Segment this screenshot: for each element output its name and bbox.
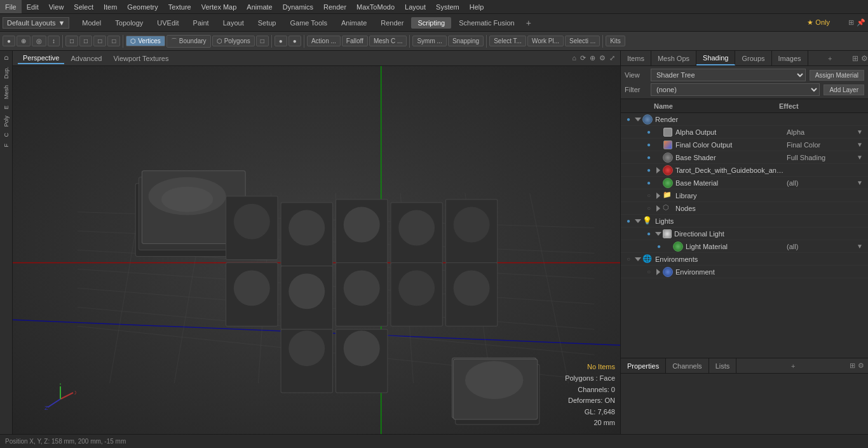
tree-row-finalcolor[interactable]: ● Final Color Output Final Color ▼	[621, 139, 868, 151]
layout-tab-scripting[interactable]: Scripting	[411, 17, 451, 29]
right-tab-groups[interactable]: Groups	[735, 51, 771, 65]
tree-eye-environments[interactable]: ○	[623, 255, 634, 262]
tool-selecti[interactable]: Selecti ...	[565, 36, 600, 46]
menu-geometry[interactable]: Geometry	[122, 0, 163, 13]
tool-workplane[interactable]: Work Pl...	[527, 36, 564, 46]
star-only-filter[interactable]: ★ Only	[807, 18, 830, 27]
tool-boundary[interactable]: ⌒ Boundary	[166, 35, 211, 48]
layout-tab-topology[interactable]: Topology	[109, 17, 149, 29]
menu-maxtomodo[interactable]: MaxToModo	[351, 0, 400, 13]
tree-arrow-lightmat[interactable]: ▼	[857, 243, 865, 250]
left-btn-poly[interactable]: Poly	[2, 113, 11, 130]
layout-tab-schematic[interactable]: Schematic Fusion	[452, 17, 520, 29]
tree-arrow-baseshader[interactable]: ▼	[857, 154, 865, 161]
tool-mesh[interactable]: Mesh C ...	[369, 36, 407, 46]
right-expand-icon[interactable]: ⊞	[852, 54, 858, 63]
tool-scale[interactable]: ↕	[48, 36, 60, 46]
filter-select[interactable]: (none)	[651, 83, 820, 96]
menu-help[interactable]: Help	[465, 0, 489, 13]
vp-tab-advanced[interactable]: Advanced	[65, 53, 107, 64]
tree-row-lightmat[interactable]: ● Light Material (all) ▼	[621, 240, 868, 253]
tool-snapping[interactable]: Snapping	[448, 36, 484, 46]
shader-tree[interactable]: ● Render ● Alpha Output Alpha ▼ ●	[621, 113, 868, 358]
tool-select-t[interactable]: Select T...	[489, 36, 526, 46]
menu-item[interactable]: Item	[98, 0, 122, 13]
tool-mode[interactable]: □	[256, 36, 269, 46]
layout-tab-layout[interactable]: Layout	[217, 17, 250, 29]
tree-row-tarot[interactable]: ● Tarot_Deck_with_Guidebook_and_B ...	[621, 164, 868, 177]
tool-vertices[interactable]: ⬡ Vertices	[126, 36, 165, 46]
tree-row-baseshader[interactable]: ● Base Shader Full Shading ▼	[621, 151, 868, 164]
rb-add-button[interactable]: +	[786, 362, 800, 370]
tree-eye-baseshader[interactable]: ●	[644, 154, 654, 161]
layout-tab-setup[interactable]: Setup	[252, 17, 283, 29]
layout-tab-animate[interactable]: Animate	[335, 17, 373, 29]
tree-eye-basemat[interactable]: ●	[644, 179, 654, 186]
right-tab-shading[interactable]: Shading	[696, 51, 735, 65]
menu-vertex-map[interactable]: Vertex Map	[196, 0, 242, 13]
layout-tab-uvedit[interactable]: UVEdit	[151, 17, 185, 29]
vp-icon-gear[interactable]: ⚙	[599, 54, 606, 62]
tree-row-nodes[interactable]: ○ ⬡ Nodes	[621, 202, 868, 215]
left-btn-d[interactable]: D	[2, 53, 11, 63]
vp-icon-zoom[interactable]: ⊕	[590, 54, 595, 62]
tree-eye-render[interactable]: ●	[623, 116, 634, 123]
tree-eye-tarot[interactable]: ●	[644, 166, 654, 173]
tree-eye-library[interactable]: ○	[644, 192, 654, 199]
right-tab-add[interactable]: +	[823, 55, 837, 62]
tree-row-lights[interactable]: ● 💡 Lights	[621, 215, 868, 227]
tree-eye-nodes[interactable]: ○	[644, 205, 654, 212]
right-tab-meshops[interactable]: Mesh Ops	[651, 51, 696, 65]
tree-eye-finalcolor[interactable]: ●	[644, 141, 654, 148]
tree-expand-library[interactable]	[654, 193, 663, 199]
menu-view[interactable]: View	[44, 0, 69, 13]
tree-row-basemat[interactable]: ● Base Material (all) ▼	[621, 177, 868, 189]
tree-row-render[interactable]: ● Render	[621, 113, 868, 126]
tree-eye-alpha[interactable]: ●	[644, 128, 654, 135]
tree-eye-lights[interactable]: ●	[623, 217, 634, 224]
menu-system[interactable]: System	[431, 0, 465, 13]
left-btn-dup[interactable]: Dup.	[2, 64, 11, 81]
viewport-3d[interactable]: X Y Z No Items Polygons : Face Channels:…	[13, 66, 620, 434]
tree-expand-environment[interactable]	[654, 269, 663, 275]
menu-animate[interactable]: Animate	[241, 0, 277, 13]
vp-tab-perspective[interactable]: Perspective	[18, 53, 64, 64]
left-btn-f[interactable]: F	[2, 141, 11, 150]
menu-file[interactable]: File	[0, 0, 22, 13]
add-layer-button[interactable]: Add Layer	[824, 85, 864, 95]
menu-layout[interactable]: Layout	[400, 0, 431, 13]
right-tab-images[interactable]: Images	[772, 51, 808, 65]
layout-add-button[interactable]: +	[522, 16, 535, 30]
right-gear-icon[interactable]: ⚙	[861, 54, 868, 63]
tree-expand-lights[interactable]	[634, 219, 642, 223]
tool-polygons[interactable]: ⬡ Polygons	[212, 36, 255, 46]
menu-select[interactable]: Select	[69, 0, 98, 13]
tool-rotate[interactable]: ◎	[32, 36, 46, 46]
rb-gear-icon[interactable]: ⚙	[858, 362, 864, 370]
tool-action[interactable]: Action ...	[307, 36, 341, 46]
tree-expand-render[interactable]	[634, 118, 642, 121]
menu-edit[interactable]: Edit	[22, 0, 44, 13]
rb-expand-icon[interactable]: ⊞	[850, 362, 855, 370]
pin-icon[interactable]: 📌	[857, 18, 865, 27]
menu-texture[interactable]: Texture	[163, 0, 196, 13]
tool-falloff[interactable]: Falloff	[342, 36, 368, 46]
viewport-canvas[interactable]: X Y Z No Items Polygons : Face Channels:…	[13, 66, 620, 434]
tool-symm[interactable]: Symm ...	[412, 36, 446, 46]
vp-icon-refresh[interactable]: ⟳	[580, 54, 586, 62]
right-tab-items[interactable]: Items	[621, 51, 651, 65]
tree-row-environments[interactable]: ○ 🌐 Environments	[621, 253, 868, 266]
layout-tab-gametools[interactable]: Game Tools	[283, 17, 334, 29]
tool-box1[interactable]: □	[65, 36, 78, 46]
tree-expand-tarot[interactable]	[654, 167, 663, 173]
tree-expand-dirlight[interactable]	[654, 232, 663, 236]
tool-dot1[interactable]: ●	[275, 36, 287, 46]
menu-render[interactable]: Render	[318, 0, 351, 13]
left-btn-mesh[interactable]: Mesh	[2, 83, 11, 102]
tree-arrow-alpha[interactable]: ▼	[857, 128, 865, 135]
rb-tab-lists[interactable]: Lists	[709, 358, 737, 373]
rb-tab-channels[interactable]: Channels	[666, 358, 709, 373]
tree-arrow-finalcolor[interactable]: ▼	[857, 141, 865, 148]
vp-icon-expand[interactable]: ⤢	[609, 54, 615, 62]
vp-icon-home[interactable]: ⌂	[572, 54, 576, 62]
